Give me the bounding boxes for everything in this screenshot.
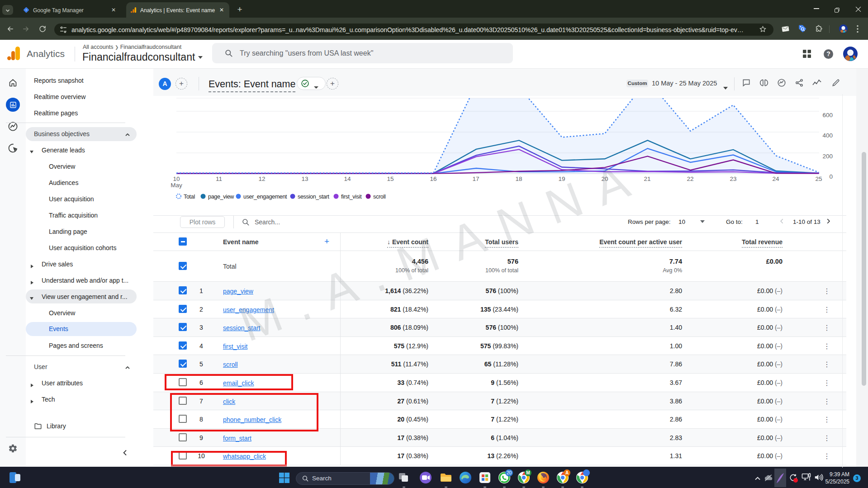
svg-text:first_visit: first_visit [341, 194, 362, 200]
svg-text:14: 14 [344, 175, 351, 182]
svg-text:scroll: scroll [373, 194, 385, 200]
svg-text:200: 200 [822, 153, 833, 160]
svg-text:24: 24 [772, 175, 779, 182]
svg-text:0: 0 [829, 173, 833, 180]
svg-text:page_view: page_view [208, 194, 234, 200]
svg-text:May: May [171, 182, 182, 189]
svg-text:600: 600 [822, 112, 833, 118]
svg-text:session_start: session_start [298, 194, 330, 200]
svg-text:23: 23 [730, 175, 736, 182]
svg-text:Total: Total [184, 194, 195, 200]
svg-text:400: 400 [822, 132, 833, 139]
svg-text:11: 11 [216, 175, 222, 182]
svg-text:18: 18 [515, 175, 522, 182]
svg-text:17: 17 [472, 175, 479, 182]
svg-text:user_engagement: user_engagement [243, 194, 287, 200]
svg-text:15: 15 [387, 175, 394, 182]
svg-text:10: 10 [173, 175, 180, 182]
svg-text:13: 13 [301, 175, 308, 182]
svg-text:25: 25 [815, 175, 822, 182]
svg-text:22: 22 [687, 175, 693, 182]
svg-text:12: 12 [258, 175, 265, 182]
svg-text:16: 16 [430, 175, 436, 182]
